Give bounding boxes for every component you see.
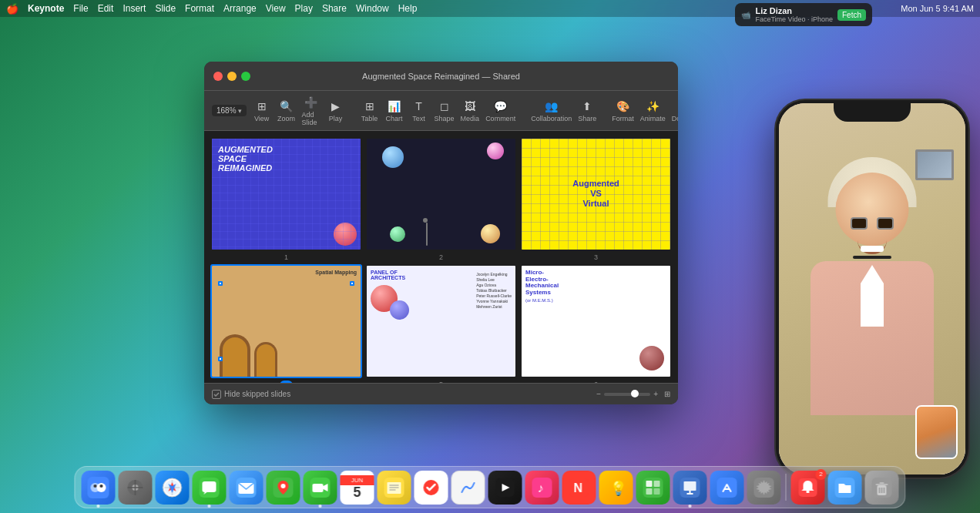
hide-skipped-toggle[interactable]: Hide skipped slides [212,390,290,399]
zoom-plus-icon[interactable]: + [653,390,658,398]
menubar-view[interactable]: View [266,3,286,14]
dock-item-trash[interactable] [865,471,899,505]
dock-item-appstore[interactable] [710,471,744,505]
dock-item-reminders[interactable] [414,471,448,505]
slide-thumb-5[interactable]: PANEL OFARCHITECTS Jocelyn EngelkingShel… [365,264,517,378]
handle-tl[interactable] [218,281,223,286]
menubar-insert[interactable]: Insert [123,3,146,14]
dock-item-appletv[interactable] [488,471,522,505]
slide-thumb-3[interactable]: AugmentedVSVirtual [520,137,672,251]
dock-item-files[interactable] [828,471,862,505]
toolbar-text[interactable]: T Text [410,99,428,122]
dock-item-notes[interactable] [378,471,411,505]
menubar-help[interactable]: Help [398,3,418,14]
toolbar-format[interactable]: 🎨 Format [612,99,634,122]
slide-thumb-2[interactable] [365,137,517,251]
dock-item-notification[interactable]: 2 [791,471,825,505]
minimize-button[interactable] [227,72,237,81]
dock-item-maps[interactable] [267,471,300,505]
music-icon: ♪ [532,478,552,498]
self-view [915,405,958,459]
handle-bl[interactable] [218,357,223,361]
facetime-fetch-button[interactable]: Fetch [837,9,866,21]
dock-item-facetime[interactable] [304,471,337,505]
person-teeth [861,246,884,252]
slide-thumb-6[interactable]: Micro-Electro-MechanicalSystems (or M.E.… [520,264,672,378]
dock-item-settings[interactable] [747,471,781,505]
toolbar-document[interactable]: 📄 Document [672,99,678,122]
zoom-chevron-icon: ▾ [238,107,242,115]
menubar-format[interactable]: Format [185,3,214,14]
dock-item-freeform[interactable] [451,471,485,505]
slide-container-1: AUGMENTEDSPACEREIMAGINED 1 [210,137,362,261]
slide-thumb-1[interactable]: AUGMENTEDSPACEREIMAGINED [210,137,362,251]
slide-thumb-4[interactable]: Spatial Mapping [210,264,362,378]
toolbar-play[interactable]: ▶ Play [327,99,345,122]
toolbar-media[interactable]: 🖼 Media [461,99,480,122]
menubar-edit[interactable]: Edit [98,3,114,14]
slide5-ball2 [390,300,409,320]
toolbar-view[interactable]: ⊞ View [253,99,271,122]
toolbar-animate[interactable]: ✨ Animate [640,99,666,122]
toolbar-comment[interactable]: 💬 Comment [485,99,515,122]
dock-item-music[interactable]: ♪ [525,471,559,505]
play-icon: ▶ [327,99,345,113]
dock-item-launchpad[interactable] [119,471,153,505]
toolbar-zoom[interactable]: 🔍 Zoom [277,99,296,122]
dock-item-finder[interactable] [82,471,116,505]
facetime-notification: 📹 Liz Dizan FaceTime Video · iPhone Fetc… [735,3,872,26]
menubar-window[interactable]: Window [356,3,389,14]
chart-icon: 📊 [385,99,404,113]
dock-item-safari[interactable] [156,471,190,505]
zoom-control[interactable]: 168% ▾ [212,105,247,116]
zoom-slider-thumb[interactable] [631,390,639,397]
eye-right [877,217,894,230]
menubar-file[interactable]: File [73,3,88,14]
menubar-share[interactable]: Share [322,3,347,14]
messages-icon [200,478,220,498]
zoom-slider-area[interactable]: − + ⊞ [596,390,670,398]
toolbar-share[interactable]: ⬆ Share [578,99,596,122]
dock-item-mail[interactable] [230,471,263,505]
toolbar-add-slide[interactable]: ➕ Add Slide [302,96,321,126]
dock-item-keynote[interactable] [673,471,707,505]
toolbar-collaboration-label: Collaboration [531,115,572,122]
text-icon: T [410,99,428,113]
person-choker [853,256,891,259]
hide-skipped-checkbox[interactable] [212,390,221,399]
menubar-play[interactable]: Play [295,3,313,14]
toolbar-shape[interactable]: ◻ Shape [435,99,455,122]
toolbar-collaboration[interactable]: 👥 Collaboration [531,99,572,122]
keynote-window: Augmented Space Reimagined — Shared 168%… [204,62,678,404]
dock-item-numbers[interactable] [636,471,670,505]
zoom-minus-icon[interactable]: − [596,390,601,398]
toolbar-play-label: Play [329,115,343,122]
grid-view-icon[interactable]: ⊞ [664,390,670,398]
menubar-right: Mon Jun 5 9:41 AM [901,4,974,13]
slide-container-6: Micro-Electro-MechanicalSystems (or M.E.… [520,264,672,383]
dock-item-tips[interactable]: 💡 [599,471,633,505]
close-button[interactable] [213,72,223,81]
dock-item-calendar[interactable]: JUN 5 [341,471,374,505]
apple-menu[interactable]: 🍎 [6,3,18,15]
handle-tr[interactable] [350,281,354,286]
toolbar-table[interactable]: ⊞ Table [361,99,379,122]
menubar-slide[interactable]: Slide [155,3,176,14]
slide2-figure [426,223,428,246]
shape-icon: ◻ [435,99,454,113]
menubar-arrange[interactable]: Arrange [223,3,257,14]
menubar-keynote[interactable]: Keynote [28,3,64,14]
dock-item-news[interactable]: N [562,471,596,505]
animate-icon: ✨ [643,99,662,113]
slide5-names: Jocelyn EngelkingShelia LeeAga OziovaTob… [476,272,512,310]
facetime-video [779,103,965,474]
toolbar-chart[interactable]: 📊 Chart [385,99,404,122]
slide3-text: AugmentedVSVirtual [529,179,663,210]
facetime-active-dot [319,505,322,508]
zoom-slider[interactable] [604,393,650,396]
slide6-subtitle: (or M.E.M.S.) [525,298,553,303]
slide1-grid [212,139,361,250]
maximize-button[interactable] [241,72,250,81]
iphone-device [776,100,968,478]
dock-item-messages[interactable] [193,471,227,505]
